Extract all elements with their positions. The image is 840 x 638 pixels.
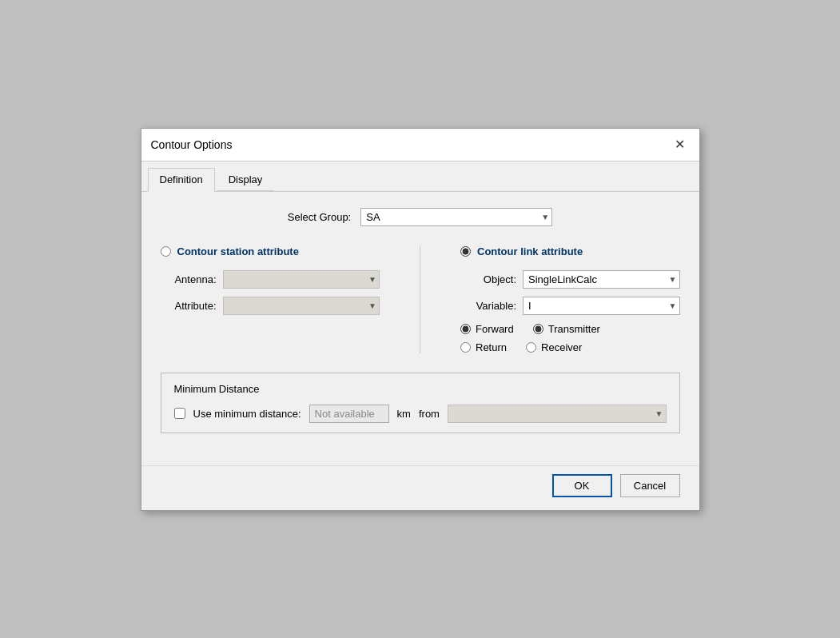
ok-button[interactable]: OK: [552, 474, 612, 497]
dialog-title: Contour Options: [151, 138, 233, 151]
return-radio[interactable]: [460, 342, 471, 353]
tabs-bar: Definition Display: [141, 161, 699, 192]
object-dropdown[interactable]: SingleLinkCalc: [523, 270, 680, 289]
min-distance-row: Use minimum distance: km from ▼: [174, 405, 667, 423]
object-label: Object:: [460, 273, 516, 285]
antenna-label: Antenna:: [161, 273, 217, 285]
attribute-field-row: Attribute: ▼: [161, 297, 380, 315]
link-attribute-label[interactable]: Contour link attribute: [477, 245, 583, 257]
from-dropdown[interactable]: [448, 405, 667, 423]
receiver-radio[interactable]: [526, 342, 536, 353]
link-radio-header: Contour link attribute: [460, 245, 680, 257]
min-distance-checkbox-label[interactable]: Use minimum distance:: [193, 408, 301, 420]
transmitter-label[interactable]: Transmitter: [548, 323, 600, 335]
attribute-dropdown[interactable]: [223, 297, 380, 315]
dialog-body: Select Group: SA SB SC ▼ Contour station…: [141, 192, 699, 465]
forward-radio[interactable]: [460, 324, 471, 334]
direction-row-1: Forward Transmitter: [460, 323, 680, 335]
close-button[interactable]: ✕: [671, 135, 690, 154]
transmitter-radio[interactable]: [533, 324, 543, 334]
tab-definition[interactable]: Definition: [148, 168, 215, 192]
from-dropdown-wrapper: ▼: [448, 405, 667, 423]
select-group-dropdown-wrapper: SA SB SC ▼: [360, 208, 552, 226]
min-distance-group: Minimum Distance Use minimum distance: k…: [161, 373, 680, 433]
title-bar: Contour Options ✕: [141, 129, 699, 161]
link-radio[interactable]: [460, 246, 471, 257]
tab-display[interactable]: Display: [217, 168, 275, 191]
cancel-button[interactable]: Cancel: [620, 474, 680, 497]
station-radio[interactable]: [161, 246, 171, 257]
min-distance-input[interactable]: [309, 405, 389, 423]
object-field-row: Object: SingleLinkCalc ▼: [460, 270, 680, 289]
select-group-label: Select Group:: [288, 211, 352, 223]
receiver-option: Receiver: [526, 341, 582, 353]
direction-row-2: Return Receiver: [460, 341, 680, 353]
station-attribute-label[interactable]: Contour station attribute: [177, 245, 299, 257]
variable-field-row: Variable: I ▼: [460, 297, 680, 315]
antenna-dropdown[interactable]: [223, 270, 380, 289]
vertical-divider: [420, 245, 420, 353]
antenna-field-row: Antenna: ▼: [161, 270, 380, 289]
transmitter-option: Transmitter: [533, 323, 600, 335]
attribute-dropdown-wrapper: ▼: [223, 297, 380, 315]
min-distance-checkbox[interactable]: [174, 408, 185, 419]
attribute-label: Attribute:: [161, 300, 217, 312]
km-label: km: [397, 408, 411, 420]
attributes-row: Contour station attribute Antenna: ▼ Att…: [161, 245, 680, 353]
return-label[interactable]: Return: [476, 341, 507, 353]
station-radio-header: Contour station attribute: [161, 245, 380, 257]
contour-options-dialog: Contour Options ✕ Definition Display Sel…: [141, 128, 700, 511]
forward-option: Forward: [460, 323, 514, 335]
return-option: Return: [460, 341, 507, 353]
select-group-dropdown[interactable]: SA SB SC: [360, 208, 552, 226]
receiver-label[interactable]: Receiver: [541, 341, 582, 353]
station-attribute-group: Contour station attribute Antenna: ▼ Att…: [161, 245, 380, 323]
variable-label: Variable:: [460, 300, 516, 312]
buttons-row: OK Cancel: [141, 465, 699, 510]
variable-dropdown-wrapper: I ▼: [523, 297, 680, 315]
forward-label[interactable]: Forward: [476, 323, 514, 335]
variable-dropdown[interactable]: I: [523, 297, 680, 315]
select-group-row: Select Group: SA SB SC ▼: [161, 208, 680, 226]
from-label: from: [419, 408, 440, 420]
link-attribute-group: Contour link attribute Object: SingleLin…: [460, 245, 680, 353]
min-distance-legend: Minimum Distance: [174, 383, 667, 395]
antenna-dropdown-wrapper: ▼: [223, 270, 380, 289]
object-dropdown-wrapper: SingleLinkCalc ▼: [523, 270, 680, 289]
direction-options: Forward Transmitter Return: [460, 323, 680, 353]
